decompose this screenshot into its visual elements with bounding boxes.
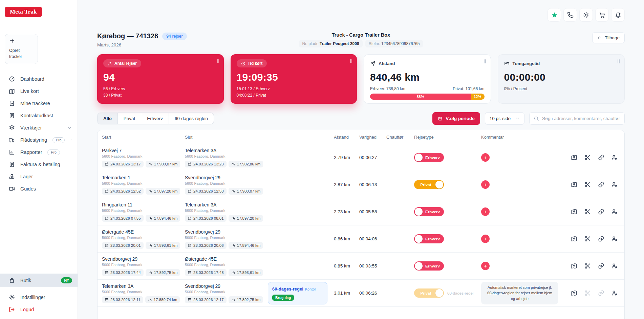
show-on-map-icon[interactable] bbox=[571, 181, 577, 188]
sidebar-item-label: Indstillinger bbox=[20, 295, 45, 300]
show-on-map-icon[interactable] bbox=[571, 208, 577, 215]
shopping-bag-icon bbox=[9, 277, 15, 283]
trip-type-toggle[interactable]: Erhverv bbox=[414, 234, 444, 243]
odometer-pill: 17.897,20 km bbox=[229, 215, 263, 222]
sidebar-item-mine-trackere[interactable]: Mine trackere bbox=[0, 97, 78, 109]
drag-handle-icon[interactable] bbox=[217, 59, 219, 63]
trip-type-toggle[interactable]: Privat bbox=[414, 180, 444, 189]
tab-alle[interactable]: Alle bbox=[98, 113, 118, 124]
drag-handle-icon[interactable] bbox=[618, 59, 620, 63]
show-on-map-icon[interactable] bbox=[571, 236, 577, 242]
document-icon bbox=[9, 113, 15, 119]
theme-button[interactable] bbox=[579, 8, 593, 22]
trips-count-badge: 94 rejser bbox=[162, 33, 187, 40]
notifications-button[interactable] bbox=[611, 8, 625, 22]
end-cell: Telemarken 3A 5600 Faaborg, Danmark 24.0… bbox=[185, 148, 263, 167]
sidebar-item-label: Rapporter bbox=[20, 149, 42, 155]
split-trip-icon[interactable] bbox=[584, 154, 591, 161]
duration-cell: 00:06:27 bbox=[359, 155, 386, 160]
split-trip-icon[interactable] bbox=[584, 181, 591, 188]
select-period-button[interactable]: Vælg periode bbox=[432, 112, 480, 125]
assign-driver-icon[interactable] bbox=[611, 181, 618, 188]
start-cell: Telemarken 1 5600 Faaborg, Danmark 24.03… bbox=[102, 175, 185, 195]
add-comment-button[interactable]: + bbox=[481, 180, 490, 189]
tab-erhverv[interactable]: Erhverv bbox=[141, 113, 169, 124]
sidebar-item-kontraktudkast[interactable]: Kontraktudkast bbox=[0, 109, 78, 122]
merge-trip-icon[interactable] bbox=[598, 154, 604, 161]
toggle-knob bbox=[435, 289, 443, 297]
row-actions bbox=[564, 263, 620, 269]
add-comment-button[interactable]: + bbox=[481, 235, 490, 243]
page-header: Kørebog — 741328 94 rejser Marts, 2026 T… bbox=[97, 32, 625, 47]
odometer-icon bbox=[148, 189, 152, 193]
sidebar-item-indstillinger[interactable]: Indstillinger bbox=[0, 291, 78, 303]
chart-icon bbox=[9, 149, 15, 155]
brand-logo[interactable]: Meta Trak bbox=[5, 7, 42, 17]
trip-type-toggle[interactable]: Erhverv bbox=[414, 153, 444, 162]
sidebar-item-live-kort[interactable]: Live kort bbox=[0, 85, 78, 97]
show-on-map-icon[interactable] bbox=[571, 290, 577, 296]
sidebar-item-vaerktojer[interactable]: Værktøjer bbox=[0, 122, 78, 134]
drag-handle-icon[interactable] bbox=[350, 59, 352, 63]
sidebar-item-dashboard[interactable]: Dashboard bbox=[0, 73, 78, 85]
add-comment-button[interactable]: + bbox=[481, 207, 490, 216]
split-trip-icon[interactable] bbox=[584, 208, 591, 215]
merge-trip-icon[interactable] bbox=[598, 263, 604, 269]
sidebar-item-label: Faktura & betaling bbox=[20, 162, 60, 167]
odometer-pill: 17.893,61 km bbox=[229, 269, 263, 276]
shop-button[interactable] bbox=[595, 8, 609, 22]
sidebar-item-label: Mine trackere bbox=[20, 101, 50, 106]
distance-cell: 2.87 km bbox=[334, 182, 359, 187]
sidebar-item-rapporter[interactable]: Rapporter Pro bbox=[0, 146, 78, 158]
sidebar-item-label: Live kort bbox=[20, 88, 39, 94]
odometer-icon bbox=[231, 271, 235, 275]
datetime-pill: 23.03.2026 17:48 bbox=[185, 269, 227, 276]
show-on-map-icon[interactable] bbox=[571, 263, 577, 269]
search-input[interactable] bbox=[542, 116, 620, 121]
duration-cell: 00:04:06 bbox=[359, 236, 386, 241]
card-tomgangstid: Tomgangstid 00:00:00 0% / Procent bbox=[498, 54, 625, 104]
card-afstand: Afstand 840,46 km Erhverv: 738,80 km Pri… bbox=[364, 54, 491, 104]
sidebar-item-fladestyring[interactable]: Flådestyring Pro bbox=[0, 134, 78, 146]
clock-icon bbox=[241, 61, 245, 66]
trip-type-toggle[interactable]: Erhverv bbox=[414, 207, 444, 216]
trip-type-toggle[interactable]: Erhverv bbox=[414, 261, 444, 271]
back-button[interactable]: Tilbage bbox=[592, 32, 625, 43]
main-content: Kørebog — 741328 94 rejser Marts, 2026 T… bbox=[78, 0, 644, 319]
page-size-select[interactable]: 10 pr. side bbox=[485, 112, 524, 125]
logout-icon bbox=[9, 306, 15, 313]
sidebar-item-butik[interactable]: Butik NY bbox=[0, 274, 78, 287]
end-cell: Svendborgvej 29 5600 Faaborg, Danmark 23… bbox=[185, 283, 263, 303]
add-comment-button[interactable]: + bbox=[481, 153, 490, 162]
add-comment-button[interactable]: + bbox=[481, 262, 490, 270]
odometer-icon bbox=[231, 162, 235, 166]
odometer-pill: 17.892,75 km bbox=[146, 269, 180, 276]
end-cell: Østergade 45E 5600 Faaborg, Danmark 23.0… bbox=[185, 256, 263, 276]
split-trip-icon[interactable] bbox=[584, 236, 591, 242]
datetime-pill: 23.03.2026 20:01 bbox=[102, 242, 144, 249]
sidebar-item-faktura[interactable]: Faktura & betaling bbox=[0, 158, 78, 171]
assign-driver-icon[interactable] bbox=[611, 208, 618, 215]
tab-60-dages-reglen[interactable]: 60-dages-reglen bbox=[169, 113, 214, 124]
odometer-icon bbox=[148, 162, 152, 166]
tab-privat[interactable]: Privat bbox=[118, 113, 142, 124]
phone-button[interactable] bbox=[563, 8, 577, 22]
duration-cell: 00:06:13 bbox=[359, 182, 386, 187]
split-trip-icon[interactable] bbox=[584, 263, 591, 269]
favorites-button[interactable] bbox=[548, 8, 561, 22]
merge-trip-icon[interactable] bbox=[598, 236, 604, 242]
merge-trip-icon[interactable] bbox=[598, 181, 604, 188]
drag-handle-icon[interactable] bbox=[484, 59, 486, 63]
odometer-icon bbox=[148, 271, 152, 275]
sidebar-item-lager[interactable]: Lager bbox=[0, 171, 78, 183]
sidebar-item-guides[interactable]: Guides bbox=[0, 183, 78, 195]
create-tracker-button[interactable]: Opret tracker bbox=[5, 34, 38, 64]
assign-driver-icon[interactable] bbox=[611, 236, 618, 242]
sidebar-item-logud[interactable]: Logud bbox=[0, 303, 78, 316]
show-on-map-icon[interactable] bbox=[571, 154, 577, 161]
col-chauffor: Chauffør bbox=[386, 135, 414, 140]
assign-driver-icon[interactable] bbox=[611, 290, 618, 296]
merge-trip-icon[interactable] bbox=[598, 208, 604, 215]
assign-driver-icon[interactable] bbox=[611, 263, 618, 269]
assign-driver-icon[interactable] bbox=[611, 154, 618, 161]
